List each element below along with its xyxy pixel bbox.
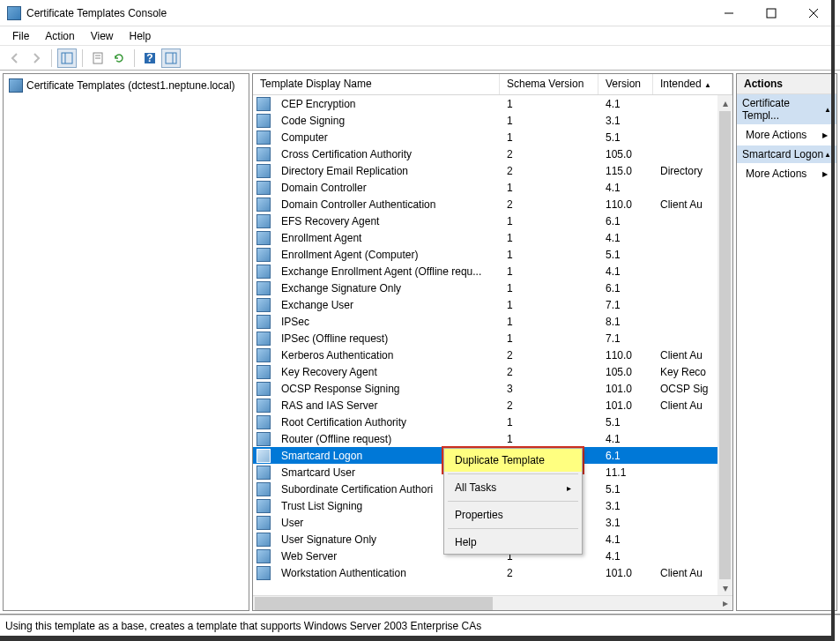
template-icon bbox=[256, 365, 271, 379]
cell-version: 115.0 bbox=[598, 165, 653, 177]
cell-schema: 2 bbox=[500, 148, 598, 160]
table-row[interactable]: Router (Offline request)14.1 bbox=[253, 430, 732, 447]
table-row[interactable]: Directory Email Replication2115.0Directo… bbox=[253, 162, 732, 179]
template-icon bbox=[256, 549, 271, 563]
scroll-down-icon[interactable]: ▾ bbox=[717, 580, 732, 595]
template-icon bbox=[256, 164, 271, 178]
cell-schema: 2 bbox=[500, 349, 598, 361]
column-header-name[interactable]: Template Display Name bbox=[253, 74, 500, 94]
properties-button[interactable] bbox=[88, 48, 108, 68]
column-header-schema[interactable]: Schema Version bbox=[500, 74, 598, 94]
template-icon bbox=[256, 231, 271, 245]
cell-schema: 1 bbox=[500, 115, 598, 127]
minimize-button[interactable] bbox=[710, 1, 748, 26]
cell-schema: 2 bbox=[500, 366, 598, 378]
table-row[interactable]: Domain Controller14.1 bbox=[253, 179, 732, 196]
cell-version: 6.1 bbox=[598, 282, 653, 294]
forward-button[interactable] bbox=[26, 48, 46, 68]
table-row[interactable]: CEP Encryption14.1 bbox=[253, 95, 732, 112]
menu-action[interactable]: Action bbox=[38, 28, 81, 44]
actions-more-actions-1[interactable]: More Actions▶ bbox=[737, 124, 836, 145]
table-row[interactable]: Exchange User17.1 bbox=[253, 296, 732, 313]
show-hide-tree-button[interactable] bbox=[57, 48, 77, 68]
table-row[interactable]: EFS Recovery Agent16.1 bbox=[253, 212, 732, 229]
cell-name: Enrollment Agent bbox=[274, 232, 500, 244]
cell-version: 4.1 bbox=[598, 232, 653, 244]
collapse-icon: ▲ bbox=[824, 151, 831, 159]
template-icon bbox=[256, 566, 271, 580]
svg-rect-4 bbox=[62, 53, 72, 63]
maximize-button[interactable] bbox=[752, 1, 791, 26]
show-hide-action-pane-button[interactable] bbox=[161, 48, 181, 68]
close-button[interactable] bbox=[794, 1, 833, 26]
scroll-thumb[interactable] bbox=[719, 111, 731, 579]
cell-version: 110.0 bbox=[598, 349, 653, 361]
cell-schema: 1 bbox=[500, 282, 598, 294]
table-row[interactable]: Exchange Signature Only16.1 bbox=[253, 280, 732, 296]
table-row[interactable]: Key Recovery Agent2105.0Key Reco bbox=[253, 363, 732, 380]
cell-schema: 1 bbox=[500, 215, 598, 227]
actions-section-smartcard-logon[interactable]: Smartcard Logon▲ bbox=[737, 145, 836, 163]
cell-schema: 2 bbox=[500, 198, 598, 211]
actions-section-certificate-templates[interactable]: Certificate Templ...▲ bbox=[737, 94, 836, 124]
template-icon bbox=[256, 533, 271, 547]
cell-schema: 1 bbox=[500, 433, 598, 445]
table-row[interactable]: IPSec18.1 bbox=[253, 313, 732, 330]
tree-node-certificate-templates[interactable]: Certificate Templates (dctest1.neptune.l… bbox=[7, 78, 245, 93]
table-row[interactable]: IPSec (Offline request)17.1 bbox=[253, 330, 732, 347]
context-menu-properties[interactable]: Properties bbox=[444, 503, 582, 526]
table-row[interactable]: Code Signing13.1 bbox=[253, 112, 732, 129]
table-row[interactable]: Enrollment Agent14.1 bbox=[253, 229, 732, 246]
cell-version: 5.1 bbox=[598, 483, 653, 496]
cell-version: 110.0 bbox=[598, 198, 653, 211]
scroll-right-icon[interactable]: ▸ bbox=[717, 596, 732, 611]
table-row[interactable]: Cross Certification Authority2105.0 bbox=[253, 145, 732, 162]
template-icon bbox=[256, 499, 271, 513]
menu-file[interactable]: File bbox=[5, 28, 36, 44]
table-row[interactable]: Workstation Authentication2101.0Client A… bbox=[253, 564, 732, 581]
cell-version: 7.1 bbox=[598, 299, 653, 311]
table-row[interactable]: Computer15.1 bbox=[253, 129, 732, 145]
context-menu-duplicate-template[interactable]: Duplicate Template bbox=[444, 449, 582, 472]
help-button[interactable]: ? bbox=[140, 48, 160, 68]
actions-header: Actions bbox=[737, 74, 836, 94]
scroll-up-icon[interactable]: ▴ bbox=[717, 95, 732, 110]
menu-view[interactable]: View bbox=[84, 28, 121, 44]
column-header-version[interactable]: Version bbox=[598, 74, 653, 94]
template-icon bbox=[256, 449, 271, 463]
cell-schema: 1 bbox=[500, 232, 598, 244]
app-icon bbox=[7, 6, 21, 20]
cell-name: Kerberos Authentication bbox=[274, 349, 500, 361]
hscroll-thumb[interactable] bbox=[255, 597, 493, 610]
context-menu-all-tasks[interactable]: All Tasks bbox=[444, 476, 582, 499]
table-row[interactable]: Enrollment Agent (Computer)15.1 bbox=[253, 246, 732, 263]
column-header-intended[interactable]: Intended ▲ bbox=[653, 74, 732, 94]
table-row[interactable]: OCSP Response Signing3101.0OCSP Sig bbox=[253, 380, 732, 397]
cell-schema: 1 bbox=[500, 265, 598, 278]
refresh-button[interactable] bbox=[109, 48, 129, 68]
cell-name: Exchange Signature Only bbox=[274, 282, 500, 294]
table-row[interactable]: Kerberos Authentication2110.0Client Au bbox=[253, 347, 732, 363]
template-icon bbox=[256, 181, 271, 195]
table-row[interactable]: Exchange Enrollment Agent (Offline requ.… bbox=[253, 263, 732, 280]
back-button[interactable] bbox=[5, 48, 25, 68]
table-row[interactable]: Domain Controller Authentication2110.0Cl… bbox=[253, 196, 732, 212]
cell-name: CEP Encryption bbox=[274, 98, 500, 110]
template-icon bbox=[256, 432, 271, 446]
cell-version: 4.1 bbox=[598, 433, 653, 445]
context-menu-help[interactable]: Help bbox=[444, 531, 582, 554]
status-text: Using this template as a base, creates a… bbox=[5, 620, 481, 632]
template-icon bbox=[256, 315, 271, 329]
cell-name: Workstation Authentication bbox=[274, 567, 500, 579]
table-row[interactable]: Root Certification Authority15.1 bbox=[253, 414, 732, 430]
cell-version: 4.1 bbox=[598, 533, 653, 546]
horizontal-scrollbar[interactable]: ▸ bbox=[253, 595, 732, 610]
cell-version: 101.0 bbox=[598, 383, 653, 395]
tree-pane: Certificate Templates (dctest1.neptune.l… bbox=[3, 73, 249, 611]
menu-help[interactable]: Help bbox=[123, 28, 159, 44]
vertical-scrollbar[interactable]: ▴ ▾ bbox=[717, 95, 732, 595]
actions-more-actions-2[interactable]: More Actions▶ bbox=[737, 163, 836, 184]
table-row[interactable]: RAS and IAS Server2101.0Client Au bbox=[253, 397, 732, 414]
title-bar: Certificate Templates Console bbox=[0, 0, 840, 26]
context-menu: Duplicate Template All Tasks Properties … bbox=[443, 448, 583, 555]
